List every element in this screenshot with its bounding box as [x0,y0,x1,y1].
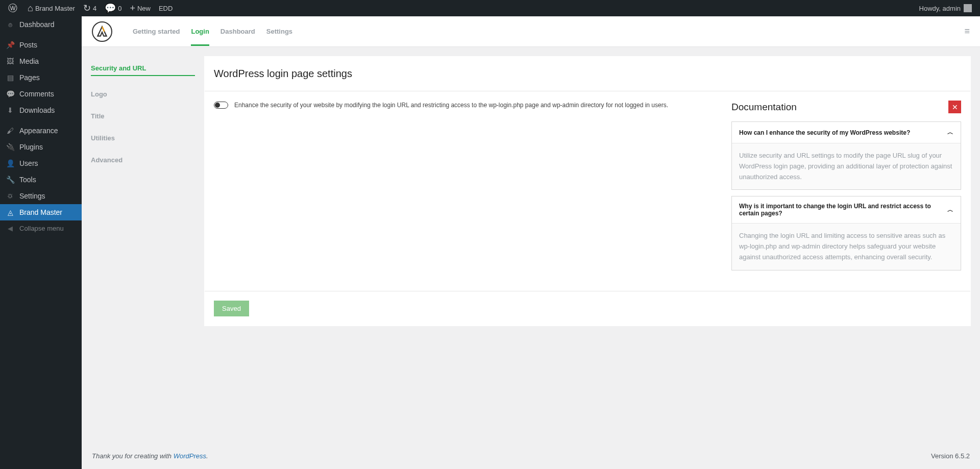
card-header: WordPress login page settings [205,57,970,91]
footer-credit: Thank you for creating with WordPress. [92,452,208,460]
menu-label: Comments [19,90,54,98]
menu-label: Pages [19,73,40,82]
subnav-utilities[interactable]: Utilities [91,130,195,146]
menu-tools[interactable]: 🔧Tools [0,171,82,188]
download-icon: ⬇ [5,106,15,114]
menu-label: Media [19,57,39,65]
plugin-header: Getting started Login Dashboard Settings… [82,16,980,47]
menu-appearance[interactable]: 🖌Appearance [0,122,82,139]
site-link[interactable]: ⌂Brand Master [23,0,79,16]
tab-login[interactable]: Login [191,17,209,45]
documentation-panel: Documentation ✕ How can I enhance the se… [731,101,961,277]
plug-icon: 🔌 [5,143,15,151]
menu-label: Plugins [19,143,43,151]
refresh-icon: ↻ [83,3,91,14]
sliders-icon: ⛭ [5,192,15,200]
menu-comments[interactable]: 💬Comments [0,86,82,102]
accordion-header[interactable]: How can I enhance the security of my Wor… [732,122,961,143]
content-wrap: Getting started Login Dashboard Settings… [82,0,980,469]
comments-link[interactable]: 💬0 [101,0,126,16]
tab-dashboard[interactable]: Dashboard [220,17,255,45]
new-label: New [137,5,151,12]
admin-bar-left: ⓦ ⌂Brand Master ↻4 💬0 +New EDD [4,0,177,16]
menu-downloads[interactable]: ⬇Downloads [0,102,82,118]
footer-text: . [206,452,208,460]
doc-title: Documentation [731,102,797,113]
updates-link[interactable]: ↻4 [79,0,101,16]
menu-settings[interactable]: ⛭Settings [0,188,82,204]
menu-brand-master[interactable]: ◬Brand Master [0,204,82,220]
edd-label: EDD [159,5,173,12]
card-footer: Saved [205,291,970,326]
admin-bar-right: Howdy, admin [915,0,976,16]
dashboard-icon: ⌾ [5,20,15,29]
subnav: Security and URL Logo Title Utilities Ad… [82,47,204,443]
security-toggle[interactable] [214,102,228,109]
accordion-item: How can I enhance the security of my Wor… [731,121,961,190]
brand-master-icon: ◬ [5,208,15,216]
menu-label: Downloads [19,106,55,114]
edd-link[interactable]: EDD [155,0,177,16]
card-body: Enhance the security of your website by … [205,91,970,286]
chevron-up-icon: ︿ [947,128,953,137]
page-footer: Thank you for creating with WordPress. V… [82,443,980,469]
menu-pages[interactable]: ▤Pages [0,69,82,86]
saved-button[interactable]: Saved [214,301,249,316]
howdy-label: Howdy, admin [919,5,961,12]
accordion-question: How can I enhance the security of my Wor… [739,129,910,136]
accordion-body: Changing the login URL and limiting acce… [732,223,961,269]
accordion-item: Why is it important to change the login … [731,196,961,270]
admin-bar: ⓦ ⌂Brand Master ↻4 💬0 +New EDD Howdy, ad… [0,0,980,16]
avatar-icon [964,4,972,12]
menu-plugins[interactable]: 🔌Plugins [0,139,82,155]
plugin-logo-icon [92,21,112,42]
wp-logo[interactable]: ⓦ [4,0,23,16]
subnav-title[interactable]: Title [91,108,195,124]
wrench-icon: 🔧 [5,176,15,184]
comments-count: 0 [118,5,121,12]
comment-icon: 💬 [105,3,116,14]
page-icon: ▤ [5,73,15,82]
menu-label: Appearance [19,127,58,135]
plugin-tabs: Getting started Login Dashboard Settings [133,17,292,45]
menu-label: Dashboard [19,20,55,29]
wordpress-icon: ⓦ [8,2,17,14]
menu-users[interactable]: 👤Users [0,155,82,171]
account-link[interactable]: Howdy, admin [915,0,976,16]
pin-icon: 📌 [5,41,15,49]
collapse-icon: ◀ [5,225,15,232]
chevron-up-icon: ︿ [947,206,953,214]
site-name: Brand Master [35,5,75,12]
plus-icon: + [130,3,135,14]
setting-row: Enhance the security of your website by … [214,101,716,277]
user-icon: 👤 [5,159,15,167]
menu-label: Settings [19,192,45,200]
subnav-logo[interactable]: Logo [91,86,195,102]
close-icon[interactable]: ✕ [948,101,961,113]
new-link[interactable]: +New [126,0,155,16]
menu-collapse[interactable]: ◀Collapse menu [0,220,82,236]
brush-icon: 🖌 [5,127,15,135]
tab-settings[interactable]: Settings [266,17,292,45]
accordion-question: Why is it important to change the login … [739,203,947,217]
tab-getting-started[interactable]: Getting started [133,17,180,45]
main-panel: WordPress login page settings Enhance th… [204,47,980,443]
subnav-security[interactable]: Security and URL [91,60,195,80]
menu-media[interactable]: 🖼Media [0,53,82,69]
menu-label: Tools [19,176,36,184]
media-icon: 🖼 [5,57,15,65]
hamburger-icon[interactable]: ≡ [964,26,970,37]
doc-header: Documentation ✕ [731,101,961,113]
wordpress-link[interactable]: WordPress [174,452,206,460]
menu-label: Posts [19,41,37,49]
accordion-header[interactable]: Why is it important to change the login … [732,196,961,223]
menu-label: Users [19,159,38,167]
menu-posts[interactable]: 📌Posts [0,37,82,53]
menu-dashboard[interactable]: ⌾Dashboard [0,16,82,33]
accordion-body: Utilize security and URL settings to mod… [732,143,961,189]
subnav-advanced[interactable]: Advanced [91,152,195,168]
setting-description: Enhance the security of your website by … [234,101,668,110]
menu-label: Brand Master [19,208,62,216]
menu-label: Collapse menu [19,225,64,232]
footer-text: Thank you for creating with [92,452,174,460]
